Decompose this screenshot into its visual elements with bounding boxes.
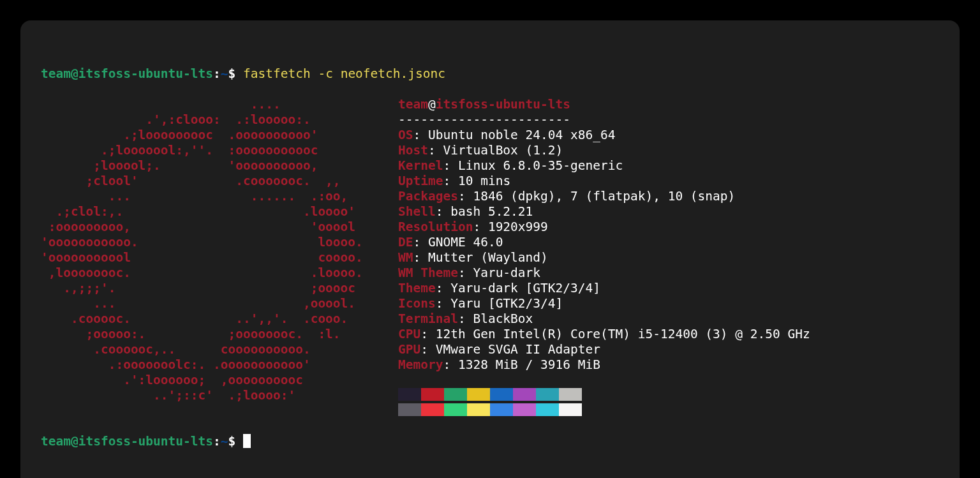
color-swatch	[513, 388, 536, 401]
color-swatch	[398, 388, 421, 401]
header-host: itsfoss-ubuntu-lts	[436, 97, 570, 112]
prompt-line-2[interactable]: team@itsfoss-ubuntu-lts:~$	[41, 434, 939, 449]
info-key: Terminal	[398, 311, 458, 326]
info-value: Yaru-dark	[473, 265, 540, 280]
system-info: team@itsfoss-ubuntu-lts ----------------…	[398, 97, 939, 419]
color-swatch	[559, 403, 582, 416]
prompt-path: ~	[221, 434, 228, 449]
terminal-window[interactable]: team@itsfoss-ubuntu-lts:~$ fastfetch -c …	[20, 20, 960, 478]
info-value: Yaru [GTK2/3/4]	[450, 296, 563, 311]
info-key: Memory	[398, 357, 443, 372]
info-key: Icons	[398, 296, 436, 311]
info-value: GNOME 46.0	[428, 235, 503, 250]
info-key: OS	[398, 128, 413, 142]
color-swatch	[467, 403, 490, 416]
info-key: Theme	[398, 281, 436, 295]
prompt-path: ~	[221, 66, 228, 82]
color-swatch	[513, 403, 536, 416]
color-swatch	[536, 388, 559, 401]
command-line: team@itsfoss-ubuntu-lts:~$ fastfetch -c …	[41, 66, 939, 82]
color-swatch	[421, 388, 444, 401]
info-key: Uptime	[398, 174, 443, 188]
prompt-userhost: team@itsfoss-ubuntu-lts	[41, 434, 213, 449]
info-key: Packages	[398, 189, 458, 204]
cursor-icon	[243, 434, 251, 448]
info-key: WM	[398, 250, 413, 265]
prompt-dollar: $	[228, 66, 243, 82]
color-swatch	[398, 403, 421, 416]
info-key: GPU	[398, 342, 420, 357]
info-key: WM Theme	[398, 265, 458, 280]
info-key: DE	[398, 235, 413, 250]
info-key: Kernel	[398, 158, 443, 173]
color-swatch	[444, 403, 467, 416]
output-body: .... .',:clooo: .:looooo:. .;looooooooc …	[41, 97, 939, 419]
color-swatches-row-1	[398, 403, 582, 418]
info-value: 1328 MiB / 3916 MiB	[458, 357, 600, 372]
prompt-dollar: $	[228, 434, 243, 449]
info-value: VMware SVGA II Adapter	[436, 342, 600, 357]
prompt-colon: :	[213, 434, 221, 449]
info-value: bash 5.2.21	[450, 204, 533, 219]
header-user: team	[398, 97, 428, 112]
info-value: 1920x999	[488, 220, 548, 234]
info-value: Ubuntu noble 24.04 x86_64	[428, 128, 616, 142]
color-swatch	[559, 388, 582, 401]
info-key: CPU	[398, 327, 420, 341]
info-key: Host	[398, 143, 428, 158]
prompt-userhost: team@itsfoss-ubuntu-lts	[41, 66, 213, 82]
header-separator: -----------------------	[398, 112, 570, 127]
color-swatch	[490, 403, 513, 416]
info-key: Shell	[398, 204, 436, 219]
prompt-colon: :	[213, 66, 221, 82]
info-value: Yaru-dark [GTK2/3/4]	[450, 281, 600, 295]
color-swatch	[444, 388, 467, 401]
info-value: 10 mins	[458, 174, 510, 188]
info-value: BlackBox	[473, 311, 533, 326]
command-text: fastfetch -c neofetch.jsonc	[243, 66, 445, 82]
info-value: Mutter (Wayland)	[428, 250, 548, 265]
info-value: VirtualBox (1.2)	[443, 143, 563, 158]
header-at: @	[428, 97, 436, 112]
info-value: 1846 (dpkg), 7 (flatpak), 10 (snap)	[473, 189, 735, 204]
ascii-logo: .... .',:clooo: .:looooo:. .;looooooooc …	[41, 97, 398, 419]
info-value: 12th Gen Intel(R) Core(TM) i5-12400 (3) …	[436, 327, 810, 341]
color-swatches-row-0	[398, 388, 582, 403]
color-swatch	[536, 403, 559, 416]
info-value: Linux 6.8.0-35-generic	[458, 158, 623, 173]
color-swatch	[467, 388, 490, 401]
color-swatch	[421, 403, 444, 416]
info-key: Resolution	[398, 220, 473, 234]
color-swatch	[490, 388, 513, 401]
